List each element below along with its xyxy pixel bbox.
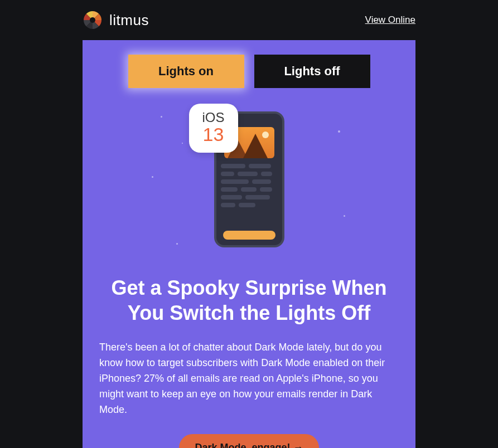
lights-toggle: Lights on Lights off	[98, 55, 400, 88]
lights-on-button[interactable]: Lights on	[128, 55, 244, 88]
phone-illustration: iOS 13	[98, 104, 400, 271]
body-copy: There's been a lot of chatter about Dark…	[98, 340, 400, 417]
svg-point-0	[90, 17, 95, 23]
ios-badge: iOS 13	[189, 104, 238, 153]
brand-name: litmus	[109, 12, 149, 29]
ios-badge-label: iOS	[202, 111, 224, 124]
litmus-icon	[83, 10, 103, 30]
cta-button[interactable]: Dark Mode, engage! →	[179, 434, 318, 448]
brand-logo: litmus	[83, 10, 149, 30]
page-header: litmus View Online	[0, 0, 498, 30]
headline: Get a Spooky Surprise When You Switch th…	[98, 275, 400, 325]
lights-off-button[interactable]: Lights off	[254, 55, 370, 88]
view-online-link[interactable]: View Online	[365, 14, 415, 26]
ios-badge-version: 13	[203, 124, 224, 145]
hero-card: Lights on Lights off	[83, 40, 415, 448]
